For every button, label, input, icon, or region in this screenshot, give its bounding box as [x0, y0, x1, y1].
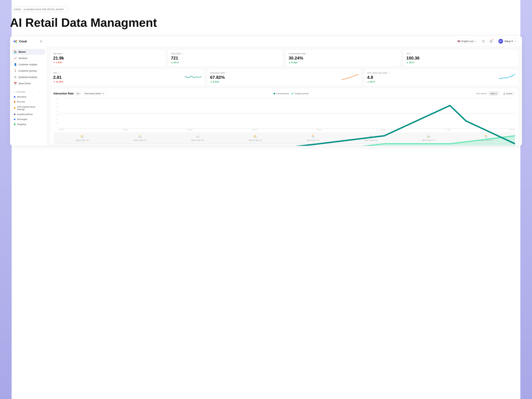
metric-card-conversation-rate: Conversation Rate ⓘ 30.24% ▲ 9.34pt [285, 50, 401, 66]
nav-item-customer-journey[interactable]: 🚶 Customer journey [12, 68, 45, 74]
metric-info-icon-conversation-rate: ⓘ [307, 52, 309, 55]
flag-icon: 🇺🇸 [457, 40, 460, 43]
metric-card-net-sales: Net Sales ⓘ 21.9k ▼ 1.42% [50, 50, 165, 66]
language-selector[interactable]: 🇺🇸 English (us) ▼ [456, 39, 478, 44]
metrics-row2: UPT ⓘ 2.81 ▼ 12.35% Interaction Rate ⓘ 6… [47, 66, 522, 86]
page-title: AI Retail Data Managment [10, 16, 522, 29]
metric-info-upt: UPT ⓘ 2.81 ▼ 12.35% [53, 72, 63, 83]
metric-change-val-total-visits: 26.27 [174, 61, 179, 64]
logo-text: Coral [19, 40, 27, 43]
metric-label-avt: AVT ⓘ [406, 52, 515, 55]
metric-change-net-sales: ▼ 1.42% [53, 61, 162, 64]
fav-label-svr: SVR (Speed Verse Racing) [17, 106, 43, 111]
export-label: Export [506, 92, 513, 95]
metric-card-avt: AVT ⓘ 100.36 ▲ 26.27 [403, 50, 519, 66]
metric-label-avg-visitors-staff: AVG Visitors per Staff ⓘ [367, 72, 390, 74]
favorites-sort-icon[interactable]: ⋮⋮ [38, 90, 43, 93]
language-label: English (us) [461, 40, 474, 43]
metric-arrow-net-sales: ▼ [53, 61, 55, 64]
nav-icon-customer-journey: 🚶 [14, 69, 17, 72]
svg-rect-4 [40, 41, 42, 42]
nav-item-store-event[interactable]: 📅 Store Event [12, 81, 45, 86]
nav-item-sections[interactable]: 📈 Sections [12, 55, 45, 61]
fav-label-bofangke: BoFangKe [17, 118, 27, 120]
metric-change-val-conversation-rate: 9.34pt [291, 61, 298, 64]
chevron-down-icon: ▼ [14, 91, 15, 93]
search-button[interactable] [481, 38, 486, 44]
metric-change-val-interaction-rate: 8.37pt [213, 81, 219, 83]
metric-arrow-avt: ▲ [406, 61, 408, 64]
coral-logo-icon [13, 39, 18, 44]
sidebar-header: Coral [10, 36, 47, 46]
metric-info-icon-interaction-rate: ⓘ [226, 72, 228, 74]
chevron-down-icon: ▼ [475, 40, 476, 42]
user-avatar: WY [498, 39, 503, 44]
metric-info-icon-net-sales: ⓘ [63, 52, 65, 55]
mini-chart-interaction-rate [342, 74, 358, 81]
nav-item-stores[interactable]: 🏪 Stores [12, 49, 45, 55]
chart-title: Interaction Rate [54, 92, 74, 95]
chart-controls: Auto-refresh Day ▼ Export [476, 91, 515, 96]
day-selector-button[interactable]: Day ▼ [488, 91, 499, 96]
svg-point-1 [15, 40, 17, 42]
metric-value-avg-visitors-staff: 4.8 [367, 75, 390, 79]
y-label-0: 0 [57, 122, 57, 124]
y-label-6: 6 [57, 98, 57, 100]
nav-label-stores: Stores [19, 51, 26, 53]
export-button[interactable]: Export [500, 91, 515, 96]
chart-area: 6 5 4 3 2 1 0 [54, 98, 515, 128]
metrics-row1: Net Sales ⓘ 21.9k ▼ 1.42% Total Visits ⓘ… [47, 47, 522, 66]
metric-value-total-visits: 721 [171, 56, 280, 60]
fav-label-goodgoodshoe: GoodGoodShoe [17, 113, 33, 115]
metric-label-conversation-rate: Conversation Rate ⓘ [289, 52, 398, 55]
fav-label-pon-pai: Pon Pai [17, 101, 25, 103]
fav-item-svr[interactable]: SVR (Speed Verse Racing) [12, 104, 45, 112]
main-chart-svg [58, 98, 515, 146]
fav-item-goodgoodshoe[interactable]: GoodGoodShoe [12, 112, 45, 117]
sidebar-toggle-button[interactable] [39, 39, 44, 44]
svg-rect-3 [40, 41, 42, 41]
chevron-down-icon: ▼ [495, 93, 497, 95]
secondary-metric-button[interactable]: Secondary Metric ▼ [82, 91, 106, 96]
top-bar: 🇺🇸 English (us) ▼ WY Wang Yi ▼ [47, 36, 522, 47]
fav-dot-bincintive [14, 96, 15, 98]
metric-arrow-avg-visitors-staff: ▲ [367, 81, 369, 83]
metric-label-net-sales: Net Sales ⓘ [53, 52, 162, 55]
mini-chart-avg-visitors-staff [499, 74, 515, 81]
mini-chart-upt [185, 74, 202, 81]
vs-badge: VS [75, 92, 81, 95]
metric-change-avt: ▲ 26.27 [406, 61, 515, 64]
metric-info-avg-visitors-staff: AVG Visitors per Staff ⓘ 4.8 ▲ 26.27 [367, 72, 390, 83]
nav-icon-stores: 🏪 [14, 50, 17, 53]
metric-info-icon-avg-visitors-staff: ⓘ [388, 72, 390, 74]
svg-rect-5 [40, 42, 42, 42]
favorites-label: Favorites [16, 91, 25, 93]
right-gradient-bg [520, 0, 532, 399]
fav-item-dingding[interactable]: DingDing [12, 122, 45, 127]
fav-dot-bofangke [14, 119, 15, 120]
nav-label-quadrant-analysis: Quadrant Analysis [19, 76, 38, 78]
fav-dot-goodgoodshoe [14, 114, 15, 115]
metric-change-interaction-rate: ▲ 8.37pt [210, 81, 228, 83]
metric-change-avg-visitors-staff: ▲ 26.27 [367, 81, 390, 83]
fav-item-bincintive[interactable]: Bincintive [12, 95, 45, 99]
legend-current: Current period [273, 92, 289, 95]
y-label-3: 3 [57, 110, 57, 112]
metric-value-net-sales: 21.9k [53, 56, 162, 60]
auto-refresh-label: Auto-refresh [476, 92, 487, 95]
nav-item-quadrant-analysis[interactable]: ⊞ Quadrant Analysis [12, 74, 45, 80]
y-label-5: 5 [57, 102, 57, 104]
metric-change-conversation-rate: ▲ 9.34pt [289, 61, 398, 64]
nav-label-store-event: Store Event [19, 82, 31, 85]
user-menu[interactable]: WY Wang Yi ▼ [497, 38, 518, 44]
fav-item-pon-pai[interactable]: Pon Pai [12, 99, 45, 104]
fav-item-bofangke[interactable]: BoFangKe [12, 117, 45, 122]
metric-label-upt: UPT ⓘ [53, 72, 63, 74]
metric-arrow-conversation-rate: ▲ [289, 61, 291, 64]
nav-item-customer-insights[interactable]: 👤 Customer Insights [12, 62, 45, 68]
metric-card-wide-interaction-rate: Interaction Rate ⓘ 67.82% ▲ 8.37pt [207, 69, 361, 86]
chevron-down-icon: ▼ [514, 40, 516, 42]
metric-value-interaction-rate: 67.82% [210, 75, 228, 79]
notification-button[interactable] [488, 38, 494, 44]
metric-info-interaction-rate: Interaction Rate ⓘ 67.82% ▲ 8.37pt [210, 72, 228, 83]
